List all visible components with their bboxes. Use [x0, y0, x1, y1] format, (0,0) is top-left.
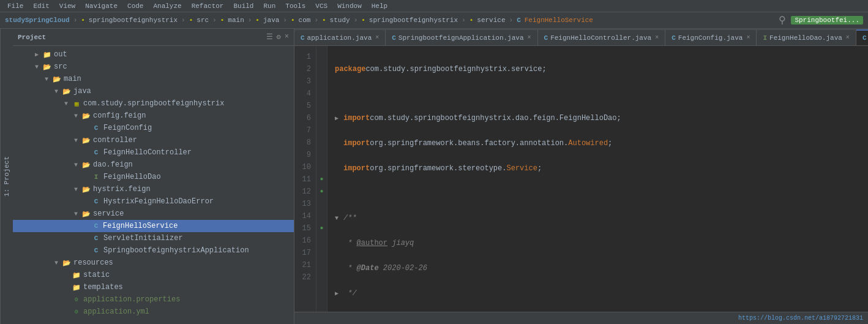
fold-arrow[interactable]: ▼	[335, 213, 342, 225]
menu-run[interactable]: Run	[258, 1, 280, 11]
project-panel-tab[interactable]: 1: Project	[0, 29, 13, 324]
expand-arrow: ▼	[45, 76, 52, 83]
class-icon: C	[91, 124, 101, 132]
code-line-5: import org.springframework.stereotype.Se…	[335, 162, 861, 175]
tree-item-static[interactable]: 📁 static	[13, 269, 294, 281]
tree-label: FeignHelloService	[103, 222, 178, 230]
menu-build[interactable]: Build	[228, 1, 258, 11]
tree-item-main[interactable]: ▼ 📂 main	[13, 73, 294, 85]
breadcrumb-service[interactable]: service	[477, 17, 505, 24]
tab-springbootfeignapp[interactable]: C SpringbootfeignApplication.java ×	[386, 29, 537, 45]
tree-item-feignconfig[interactable]: C FeignConfig	[13, 122, 294, 134]
tab-feignhellodao[interactable]: I FeignHelloDao.java ×	[757, 29, 856, 45]
code-line-8: * @author jiayq	[335, 237, 861, 250]
breadcrumb-study[interactable]: study	[330, 17, 350, 24]
menu-refactor[interactable]: Refactor	[187, 1, 229, 11]
tree-item-app-yml[interactable]: ⚙ application.yml	[13, 306, 294, 318]
expand-arrow: ▼	[74, 186, 81, 193]
tree-label: application.yml	[83, 307, 149, 316]
breadcrumb-com[interactable]: com	[299, 17, 311, 24]
tab-close-icon[interactable]: ×	[846, 34, 850, 41]
tree-item-app-properties[interactable]: ⚙ application.properties	[13, 293, 294, 306]
folder-icon: 📂	[81, 186, 91, 194]
tab-close-icon[interactable]: ×	[746, 34, 750, 41]
menu-view[interactable]: View	[54, 1, 80, 11]
tree-item-dao-feign[interactable]: ▼ 📂 dao.feign	[13, 159, 294, 171]
breadcrumb-class[interactable]: FeignHelloService	[525, 17, 593, 24]
gutter-item	[316, 124, 327, 137]
folder-icon: 📂	[52, 75, 62, 83]
tree-label: FeignHelloDao	[103, 173, 161, 181]
folder-icon: 📂	[81, 161, 91, 169]
menu-help[interactable]: Help	[367, 1, 392, 11]
tree-item-src[interactable]: ▼ 📂 src	[13, 61, 294, 73]
menu-analyze[interactable]: Analyze	[148, 1, 186, 11]
menu-tools[interactable]: Tools	[280, 1, 310, 11]
breadcrumb-project[interactable]: studySpringCloud	[5, 17, 70, 24]
tree-item-controller[interactable]: ▼ 📂 controller	[13, 134, 294, 146]
expand-arrow: ▼	[74, 162, 81, 168]
menu-navigate[interactable]: Navigate	[80, 1, 122, 11]
fold-arrow[interactable]	[335, 138, 342, 150]
breadcrumb-main[interactable]: main	[228, 17, 244, 24]
close-panel-icon[interactable]: ×	[285, 32, 289, 42]
tab-close-icon[interactable]: ×	[528, 34, 531, 41]
code-line-10: ▶ */	[335, 287, 861, 300]
tab-application-java[interactable]: C application.java ×	[294, 29, 386, 45]
tree-item-resources[interactable]: ▼ 📂 resources	[13, 257, 294, 269]
menu-vcs[interactable]: VCS	[310, 1, 332, 11]
search-icon[interactable]: ⚲	[779, 14, 786, 26]
gutter: ● ● ●	[316, 46, 327, 312]
tree-item-servletinitializer[interactable]: C ServletInitializer	[13, 232, 294, 244]
gutter-item	[316, 51, 327, 63]
menu-file[interactable]: File	[2, 1, 28, 11]
tree-item-config-feign[interactable]: ▼ 📂 config.feign	[13, 110, 294, 122]
tree-label: resources	[73, 258, 113, 267]
tree-item-feignhellodao[interactable]: I FeignHelloDao	[13, 171, 294, 183]
tree-item-java[interactable]: ▼ 📂 java	[13, 85, 294, 97]
editor-tabs: C application.java × C SpringbootfeignAp…	[294, 29, 868, 46]
tab-close-icon[interactable]: ×	[655, 34, 659, 41]
breadcrumb-bar: studySpringCloud › ▪ springbootfeignhyst…	[0, 12, 868, 29]
breadcrumb-springboot[interactable]: springbootfeignhystrix	[369, 17, 458, 24]
menu-code[interactable]: Code	[122, 1, 148, 11]
tree-label: main	[64, 75, 81, 83]
fold-arrow[interactable]: ▶	[335, 113, 342, 125]
breadcrumb-java[interactable]: java	[263, 17, 279, 24]
class-tab-icon: C	[672, 34, 676, 42]
expand-arrow: ▼	[74, 137, 81, 144]
tree-item-feignhellocontroller[interactable]: C FeignHelloController	[13, 146, 294, 159]
folder-icon: 📁	[72, 284, 81, 292]
menu-edit[interactable]: Edit	[28, 1, 54, 11]
tab-feignconfig[interactable]: C FeignConfig.java ×	[665, 29, 757, 45]
breadcrumb-src[interactable]: src	[196, 17, 209, 24]
gutter-item	[316, 296, 327, 308]
tree-item-package[interactable]: ▼ ▦ com.study.springbootfeignhystrix	[13, 97, 294, 110]
tree-label: hystrix.feign	[93, 185, 151, 194]
tree-label: dao.feign	[93, 160, 133, 169]
status-bar: https://blog.csdn.net/a18792721831	[294, 312, 868, 324]
menu-window[interactable]: Window	[332, 1, 367, 11]
tab-feignhellocontroller[interactable]: C FeignHelloController.java ×	[538, 29, 666, 45]
tree-item-feignhelloservice[interactable]: C FeignHelloService	[13, 220, 294, 232]
class-icon: C	[91, 198, 101, 205]
tree-item-service[interactable]: ▼ 📂 service	[13, 208, 294, 220]
tree-item-springbootapp[interactable]: C SpringbootfeignhystrixApplication	[13, 244, 294, 257]
fold-arrow[interactable]: ▶	[335, 288, 342, 300]
settings-icon[interactable]: ⚙	[277, 32, 281, 42]
tree-item-out[interactable]: ▶ 📁 out	[13, 48, 294, 61]
props-icon: ⚙	[72, 296, 81, 303]
fold-arrow[interactable]	[335, 163, 342, 175]
fold-arrow[interactable]	[335, 263, 342, 275]
tab-close-icon[interactable]: ×	[375, 34, 379, 41]
tab-hystrixfeignhello[interactable]: C HystrixFeignHello... ×	[856, 29, 868, 45]
breadcrumb-module[interactable]: springbootfeignhystrix	[89, 17, 178, 24]
gutter-item	[316, 88, 327, 100]
tree-item-hystrix-feign[interactable]: ▼ 📂 hystrix.feign	[13, 183, 294, 195]
code-content[interactable]: package com.study.springbootfeignhystrix…	[327, 46, 868, 312]
fold-arrow[interactable]	[335, 238, 342, 250]
tree-item-hystrixfeignhellodaoerror[interactable]: C HystrixFeignHelloDaoError	[13, 195, 294, 208]
collapse-icon[interactable]: ☰	[266, 32, 273, 42]
folder-icon: ▪	[470, 17, 474, 24]
tree-item-templates[interactable]: 📁 templates	[13, 281, 294, 293]
